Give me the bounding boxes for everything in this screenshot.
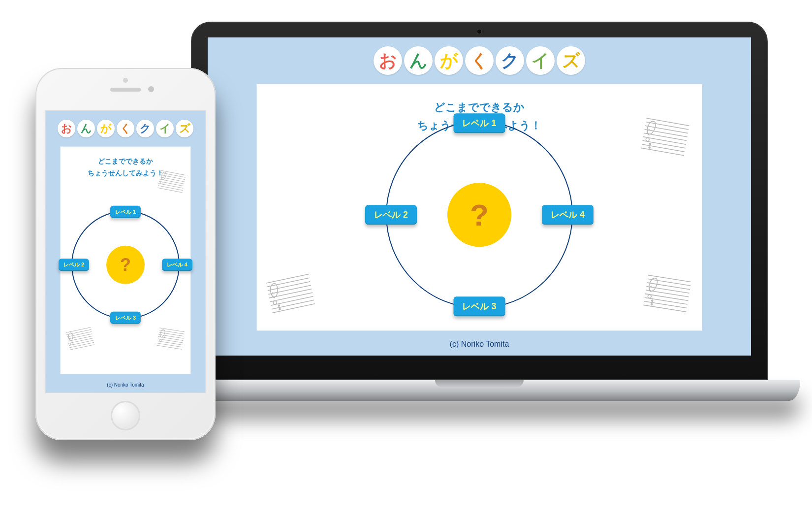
phone-mockup: お ん が く ク イ ズ どこまでできるか ちょうせんしてみよう！ ? [35, 68, 216, 440]
title-char: ズ [176, 120, 193, 137]
title-char: ん [77, 120, 95, 137]
level-ring: ? レベル 1 レベル 2 レベル 3 レベル 4 [71, 210, 180, 319]
laptop-lid: お ん が く ク イ ズ どこまでできるか ちょうせんしてみよう！ [191, 22, 768, 380]
level-2-button[interactable]: レベル 2 [365, 205, 417, 225]
level-1-button[interactable]: レベル 1 [110, 205, 141, 218]
title-char: く [465, 46, 494, 75]
subtitle-line: どこまでできるか [61, 156, 190, 167]
level-4-button[interactable]: レベル 4 [542, 205, 593, 225]
phone-speaker-icon [110, 88, 141, 92]
svg-point-11 [159, 339, 161, 342]
level-3-button[interactable]: レベル 3 [110, 311, 141, 324]
title-char: ん [404, 46, 433, 75]
center-question-mark[interactable]: ? [447, 183, 511, 247]
title-char: ク [136, 120, 154, 137]
svg-point-4 [278, 305, 280, 307]
app-title: お ん が く ク イ ズ [374, 46, 585, 75]
home-button[interactable] [111, 401, 140, 430]
level-3-button[interactable]: レベル 3 [453, 296, 505, 316]
title-char: ズ [557, 46, 585, 75]
music-score-icon [156, 326, 186, 351]
title-char: お [58, 120, 75, 137]
phone-sensor-icon [123, 78, 128, 83]
music-quiz-app: お ん が く ク イ ズ どこまでできるか ちょうせんしてみよう！ [208, 37, 751, 356]
title-char: く [117, 120, 134, 137]
svg-point-5 [279, 308, 281, 310]
laptop-screen: お ん が く ク イ ズ どこまでできるか ちょうせんしてみよう！ [208, 37, 751, 356]
title-char: イ [156, 120, 174, 137]
svg-point-2 [649, 147, 651, 149]
laptop-camera-icon [477, 30, 481, 33]
title-char: イ [526, 46, 555, 75]
music-score-icon [641, 272, 693, 314]
svg-point-1 [649, 143, 651, 145]
title-char: ク [496, 46, 524, 75]
level-4-button[interactable]: レベル 4 [162, 259, 192, 271]
ring-circle: ? レベル 1 レベル 2 レベル 3 レベル 4 [71, 210, 180, 319]
title-char: が [435, 46, 463, 75]
main-panel: どこまでできるか ちょうせんしてみよう！ ? レベル 1 レベル 2 レベル 3… [60, 146, 191, 374]
phone-camera-icon [148, 86, 154, 92]
title-char: が [97, 120, 115, 137]
credit-text: (c) Noriko Tomita [107, 379, 144, 392]
svg-point-8 [651, 303, 653, 305]
level-ring: ? レベル 1 レベル 2 レベル 3 レベル 4 [386, 121, 573, 308]
title-char: お [374, 46, 402, 75]
music-score-icon [64, 325, 96, 352]
music-score-icon [264, 271, 317, 315]
music-score-icon [156, 168, 187, 195]
svg-point-7 [651, 300, 653, 302]
svg-point-6 [648, 294, 652, 298]
main-panel: どこまでできるか ちょうせんしてみよう！ ? レベル 1 レベル 2 レベル 3… [256, 84, 702, 331]
center-question-mark[interactable]: ? [106, 245, 145, 284]
app-title: お ん が く ク イ ズ [58, 120, 193, 137]
level-1-button[interactable]: レベル 1 [453, 113, 505, 133]
laptop-notch [435, 380, 524, 387]
music-quiz-app: お ん が く ク イ ズ どこまでできるか ちょうせんしてみよう！ ? [46, 111, 205, 392]
level-2-button[interactable]: レベル 2 [59, 259, 89, 271]
music-score-icon [639, 115, 691, 158]
laptop-mockup: お ん が く ク イ ズ どこまでできるか ちょうせんしてみよう！ [191, 22, 768, 401]
credit-text: (c) Noriko Tomita [450, 336, 509, 356]
laptop-base [158, 380, 800, 401]
phone-screen: お ん が く ク イ ズ どこまでできるか ちょうせんしてみよう！ ? [45, 110, 206, 393]
ring-circle: ? レベル 1 レベル 2 レベル 3 レベル 4 [386, 121, 573, 308]
